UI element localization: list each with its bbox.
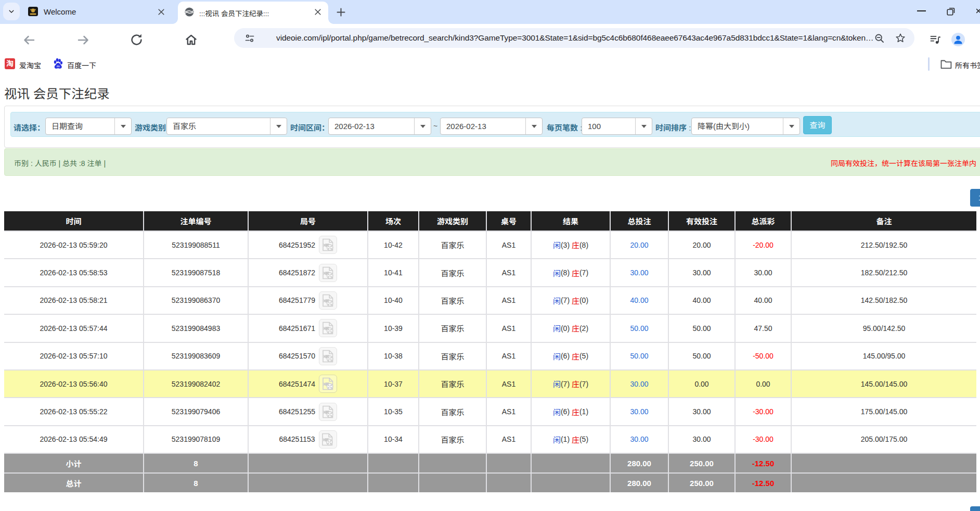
svg-text:du: du [57, 65, 60, 68]
